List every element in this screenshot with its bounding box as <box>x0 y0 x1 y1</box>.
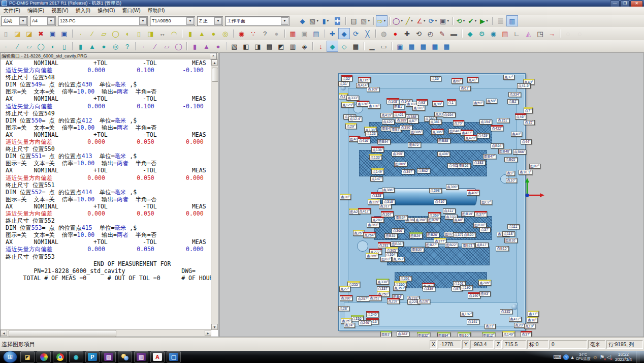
chevron-down-icon[interactable]: ▼ <box>139 17 147 25</box>
plane-purple-icon[interactable]: ▱ <box>161 41 173 52</box>
axes-icon[interactable]: ∟ <box>511 28 523 39</box>
chevron-down-icon[interactable]: ▼ <box>214 17 222 25</box>
wireframe-cube-icon[interactable]: ▧ ▼ <box>308 15 320 26</box>
report-table2-icon[interactable]: ▦ <box>417 41 429 52</box>
execute-icon[interactable]: ▶ ▼ <box>478 15 490 26</box>
start-button[interactable]: ⊞ <box>3 351 17 363</box>
probe-toggle2-icon[interactable]: ◌ <box>574 28 586 39</box>
taskbar-acrobat-icon[interactable]: A <box>150 351 165 362</box>
menu-insert[interactable]: 插入(I) <box>72 7 93 15</box>
chevron-down-icon[interactable]: ▼ <box>400 19 403 22</box>
angle-dim-icon[interactable]: ∠ ▼ <box>415 15 427 26</box>
chevron-down-icon[interactable]: ▼ <box>423 19 426 22</box>
shaded-cube-icon[interactable]: ◆ <box>327 41 338 52</box>
point-teal-icon[interactable]: ∙ <box>0 41 12 52</box>
taskbar-pcdmis-icon[interactable]: P <box>85 351 100 362</box>
menu-file[interactable]: 文件(F) <box>0 7 24 15</box>
check-icon[interactable]: ✔ ▼ <box>467 15 478 26</box>
wire-cube2-icon[interactable]: ◇ <box>338 41 350 52</box>
editor-vertical-scrollbar[interactable]: ▲ ▼ <box>211 59 218 330</box>
cpu-temp-widget[interactable]: 34℃ CPU温度 <box>576 353 591 361</box>
pan-view-icon[interactable]: ✚ <box>327 28 338 39</box>
probe-pen-icon[interactable]: ✎ <box>436 28 448 39</box>
taskbar-camera-icon[interactable]: ◉ <box>69 351 83 362</box>
taskbar-window-icon[interactable]: ▢ <box>167 351 181 362</box>
curve-icon[interactable]: ◠ <box>168 28 180 39</box>
plane-teal-icon[interactable]: ▱ <box>23 41 35 52</box>
chevron-down-icon[interactable]: ▼ <box>410 19 413 22</box>
chevron-down-icon[interactable]: ▼ <box>316 19 319 22</box>
cone-icon[interactable]: ▲ <box>196 28 208 39</box>
point-purple-icon[interactable]: ∙ <box>138 41 149 52</box>
menu-help[interactable]: 帮助(H) <box>144 7 168 15</box>
flow-arrow-icon[interactable]: ⇨ ▼ <box>376 15 388 26</box>
slot-teal-icon[interactable]: ◖ <box>47 41 58 52</box>
bottom-view-icon[interactable]: ◩ <box>275 41 287 52</box>
layers-icon[interactable]: ▤ <box>499 28 511 39</box>
circle-feature-icon[interactable]: ◯ <box>110 28 121 39</box>
weather-icon[interactable]: ☼ <box>592 354 597 360</box>
alignment-combo[interactable]: 123-PC ▼ <box>58 16 148 26</box>
chevron-down-icon[interactable]: ▼ <box>446 19 449 22</box>
chevron-down-icon[interactable]: ▼ <box>383 19 386 22</box>
save-gray-icon[interactable]: ▣ <box>299 28 310 39</box>
sphere-icon[interactable]: ● <box>208 28 219 39</box>
graphics-viewport[interactable]: 点32°点115°点31°点414°点109°点36°点60°点41°点61°点… <box>219 52 644 337</box>
square-slot-icon[interactable]: ▯ <box>133 28 145 39</box>
close-icon[interactable]: × <box>210 53 217 59</box>
gray-sphere-icon[interactable]: ● <box>271 28 282 39</box>
report-table4-icon[interactable]: ▦ <box>441 41 453 52</box>
volume-muted-icon[interactable]: ◁ <box>606 354 610 360</box>
scroll-left-icon[interactable]: ◄ <box>1 330 7 336</box>
chevron-down-icon[interactable]: ▼ <box>186 17 194 25</box>
refresh-view-icon[interactable]: ⟳ <box>350 28 362 39</box>
circle-teal-icon[interactable]: ◯ <box>35 41 47 52</box>
gauge-icon[interactable]: ◉ <box>236 28 247 39</box>
import-icon[interactable]: ◪ <box>23 28 35 39</box>
line-teal-icon[interactable]: ∕ <box>12 41 23 52</box>
new-file-icon[interactable]: ▯ <box>0 28 12 39</box>
report-table3-icon[interactable]: ▦ <box>429 41 441 52</box>
line-feature-icon[interactable]: ∕ <box>86 28 98 39</box>
arrow-red-icon[interactable]: → <box>546 28 558 39</box>
chevron-down-icon[interactable]: ▼ <box>327 19 330 22</box>
cylinder-icon[interactable]: ▮ <box>184 28 196 39</box>
solid-view-icon[interactable]: ◆ <box>464 28 476 39</box>
cylinder-teal-icon[interactable]: ▮ <box>75 41 86 52</box>
probe-toggle-icon[interactable]: ◌ <box>562 28 574 39</box>
window-layout-icon[interactable]: ▥ <box>506 15 518 26</box>
cylinder-purple-icon[interactable]: ▮ <box>189 41 201 52</box>
globe-icon[interactable]: ◍ <box>378 28 390 39</box>
workplane-axis-combo[interactable]: Z 正 ▼ <box>197 16 223 26</box>
menu-operation[interactable]: 操作(O) <box>94 7 118 15</box>
editor-horizontal-scrollbar[interactable]: ◄ ► <box>1 329 211 337</box>
scan-path-icon[interactable]: ∵ <box>247 28 259 39</box>
measurement-report[interactable]: AX NOMINAL +TOL -TOL MEAS DEV逼近矢量方向偏差 0.… <box>1 59 211 330</box>
menu-view[interactable]: 视图(V) <box>48 7 72 15</box>
width-icon[interactable]: ↔ <box>156 28 168 39</box>
taskbar-chrome-icon[interactable] <box>53 351 67 362</box>
save-as-icon[interactable]: ▣ <box>58 28 70 39</box>
front-view-icon[interactable]: ◧ <box>240 41 252 52</box>
workplane-combo[interactable]: 工作平面 ▼ <box>225 16 289 26</box>
rotate-dim-icon[interactable]: ⟳ ▼ <box>427 15 439 26</box>
shaded-view-icon[interactable]: ◆ <box>338 28 350 39</box>
color-grid-icon[interactable]: ▦ <box>287 28 299 39</box>
cone-teal-icon[interactable]: ▲ <box>86 41 98 52</box>
top-view-icon[interactable]: ▤ <box>264 41 275 52</box>
chevron-down-icon[interactable]: ▼ <box>462 19 465 22</box>
chevron-down-icon[interactable]: ▼ <box>434 19 437 22</box>
cone-purple-icon[interactable]: ▲ <box>201 41 212 52</box>
chevron-down-icon[interactable]: ▼ <box>19 17 27 25</box>
gray-cube-icon[interactable]: ▧ ▼ <box>360 15 371 26</box>
zoom-extents-icon[interactable]: ╳ <box>362 28 373 39</box>
probe-tip-combo[interactable]: T1A90B0 ▼ <box>150 16 195 26</box>
edit-window-titlebar[interactable]: 编辑窗口 - 21-8228_6000_std_cavity.PRG × <box>1 53 218 60</box>
loop-icon[interactable]: ⟲ ▼ <box>455 15 467 26</box>
taskbar-explorer-icon[interactable]: ◪ <box>20 351 35 362</box>
scroll-up-icon[interactable]: ▲ <box>211 59 218 66</box>
minimize-graphics-icon[interactable]: ▁ <box>366 41 378 52</box>
line-purple-icon[interactable]: ∕ <box>149 41 161 52</box>
question-icon[interactable]: ? <box>121 41 133 52</box>
taskbar-cad1-icon[interactable]: ▨ <box>102 351 116 362</box>
